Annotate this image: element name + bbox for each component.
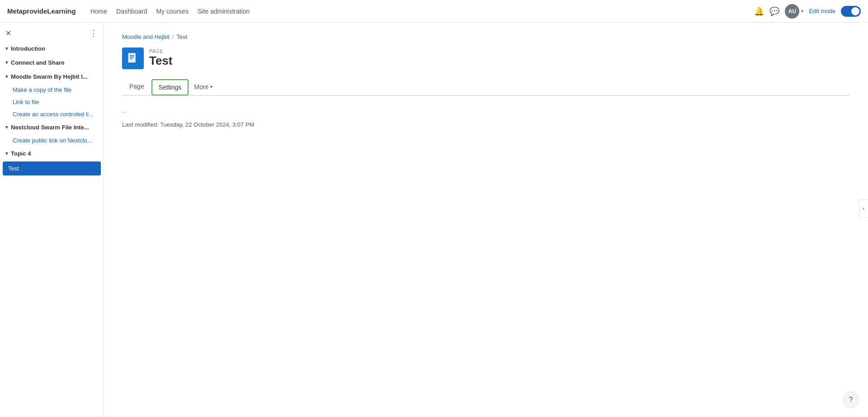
moodle-swarm-label: Moodle Swarm By Hejbit I...	[11, 73, 88, 80]
sidebar-section-topic4-title[interactable]: ▾ Topic 4	[0, 147, 104, 161]
sidebar-item-public-link[interactable]: Create public link on Nextclo...	[0, 134, 104, 147]
edit-mode-label: Edit mode	[809, 8, 835, 14]
svg-rect-3	[130, 58, 132, 59]
sidebar-section-introduction-title[interactable]: ▾ Introduction	[0, 42, 104, 56]
introduction-label: Introduction	[11, 45, 45, 52]
sidebar-section-nextcloud-title[interactable]: ▾ Nextcloud Swarm File Inte...	[0, 120, 104, 134]
sidebar-section-connect: ▾ Connect and Share	[0, 56, 104, 70]
connect-chevron-icon: ▾	[5, 60, 8, 66]
user-menu[interactable]: AU ▾	[785, 4, 803, 19]
topnav-right: 🔔 💬 AU ▾ Edit mode	[754, 4, 861, 19]
layout: ✕ ⋮ ▾ Introduction ▾ Connect and Share ▾…	[0, 23, 868, 417]
sidebar: ✕ ⋮ ▾ Introduction ▾ Connect and Share ▾…	[0, 23, 104, 417]
nav-dashboard[interactable]: Dashboard	[116, 8, 147, 15]
page-title: Test	[149, 54, 173, 68]
top-navigation: MetaprovideLearning Home Dashboard My co…	[0, 0, 868, 23]
sidebar-section-introduction: ▾ Introduction	[0, 42, 104, 56]
sidebar-item-link-to-file[interactable]: Link to file	[0, 96, 104, 108]
moodle-swarm-chevron-icon: ▾	[5, 74, 8, 80]
page-icon-svg	[127, 52, 139, 65]
avatar[interactable]: AU	[785, 4, 799, 19]
nav-site-admin[interactable]: Site administration	[198, 8, 250, 15]
topic4-chevron-icon: ▾	[5, 151, 8, 156]
sidebar-close-icon[interactable]: ✕	[5, 29, 11, 38]
help-icon: ?	[849, 396, 853, 404]
help-button[interactable]: ?	[843, 392, 859, 408]
sidebar-header: ✕ ⋮	[0, 23, 104, 42]
sidebar-section-connect-title[interactable]: ▾ Connect and Share	[0, 56, 104, 70]
tab-settings[interactable]: Settings	[151, 79, 189, 95]
tab-page[interactable]: Page	[122, 78, 151, 96]
sidebar-item-make-copy[interactable]: Make a copy of the file	[0, 84, 104, 96]
breadcrumb-parent[interactable]: Moodle and Hejbit	[122, 33, 170, 40]
topic4-label: Topic 4	[11, 150, 31, 157]
last-modified: Last modified: Tuesday, 22 October 2024,…	[122, 121, 850, 128]
page-tabs: Page Settings More ▾	[122, 78, 850, 96]
main-content: Moodle and Hejbit / Test PAGE Test	[104, 23, 868, 417]
tab-more-chevron-icon: ▾	[210, 84, 212, 89]
sidebar-item-access-control[interactable]: Create an access controled li...	[0, 108, 104, 120]
breadcrumb-separator: /	[172, 33, 174, 40]
page-type-icon	[122, 47, 144, 69]
collapse-chevron-icon: ‹	[863, 205, 865, 212]
sidebar-section-nextcloud: ▾ Nextcloud Swarm File Inte... Create pu…	[0, 120, 104, 147]
page-type-label: PAGE	[149, 49, 173, 54]
sidebar-section-topic4: ▾ Topic 4 Test	[0, 147, 104, 175]
user-menu-chevron: ▾	[801, 9, 803, 14]
sidebar-item-test[interactable]: Test	[3, 161, 101, 175]
tab-more-label: More	[194, 83, 208, 90]
sidebar-options-icon[interactable]: ⋮	[90, 28, 98, 38]
svg-rect-1	[130, 55, 134, 56]
introduction-chevron-icon: ▾	[5, 46, 8, 52]
page-header: PAGE Test	[122, 47, 850, 69]
sidebar-collapse-button[interactable]: ‹	[859, 199, 868, 218]
breadcrumb-current: Test	[176, 33, 187, 40]
content-ellipsis: ...	[122, 107, 850, 114]
nextcloud-label: Nextcloud Swarm File Inte...	[11, 124, 89, 131]
edit-mode-toggle[interactable]	[841, 6, 861, 17]
notifications-icon[interactable]: 🔔	[754, 6, 764, 16]
messages-icon[interactable]: 💬	[769, 6, 779, 16]
nextcloud-chevron-icon: ▾	[5, 124, 8, 130]
connect-label: Connect and Share	[11, 59, 64, 66]
breadcrumb: Moodle and Hejbit / Test	[122, 33, 850, 40]
site-logo[interactable]: MetaprovideLearning	[7, 7, 76, 15]
sidebar-section-moodle-swarm: ▾ Moodle Swarm By Hejbit I... Make a cop…	[0, 70, 104, 120]
nav-home[interactable]: Home	[90, 8, 107, 15]
nav-my-courses[interactable]: My courses	[156, 8, 189, 15]
sidebar-section-moodle-swarm-title[interactable]: ▾ Moodle Swarm By Hejbit I...	[0, 70, 104, 84]
page-meta: PAGE Test	[149, 49, 173, 68]
tab-more[interactable]: More ▾	[189, 79, 218, 95]
svg-rect-2	[130, 57, 134, 58]
nav-links: Home Dashboard My courses Site administr…	[90, 8, 755, 15]
